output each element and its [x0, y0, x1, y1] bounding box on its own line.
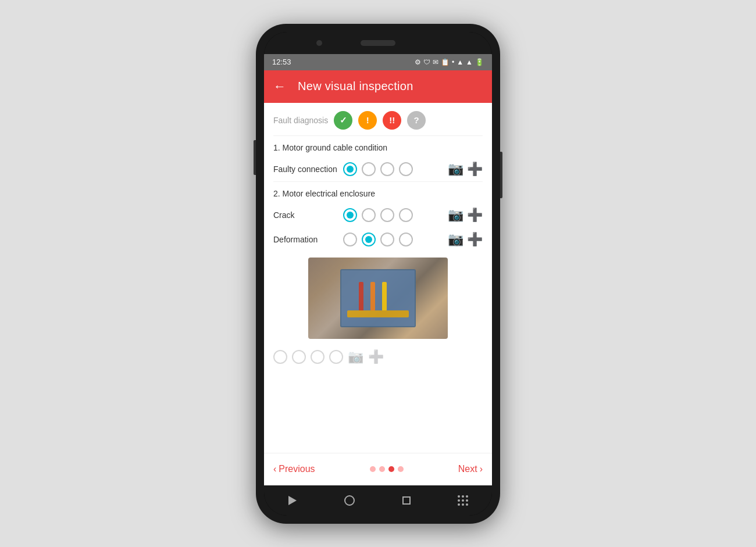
section-1-title: 1. Motor ground cable condition: [264, 136, 492, 157]
phone-notch: [264, 32, 492, 54]
wire-orange: [370, 282, 375, 311]
add-note-icon[interactable]: ➕: [467, 162, 483, 177]
terminal-bar: [347, 310, 409, 317]
next-chevron: ›: [480, 464, 483, 474]
crack-add-icon[interactable]: ➕: [467, 208, 483, 223]
partial-add-icon[interactable]: ➕: [368, 349, 384, 364]
partial-option-2[interactable]: [292, 350, 306, 364]
crack-row: Crack 📷 ➕: [264, 203, 492, 227]
faulty-connection-actions: 📷 ➕: [448, 162, 483, 177]
wire-red: [359, 282, 363, 311]
faulty-connection-options: [343, 162, 444, 176]
android-menu-button[interactable]: [458, 495, 468, 506]
deformation-actions: 📷 ➕: [448, 232, 483, 247]
deformation-add-icon[interactable]: ➕: [467, 232, 483, 247]
vpn-icon: 🛡: [423, 58, 430, 66]
deformation-option-1[interactable]: [343, 233, 357, 246]
next-button[interactable]: Next ›: [458, 464, 483, 474]
deformation-option-3[interactable]: [380, 233, 394, 246]
android-nav-bar: [264, 485, 492, 516]
android-home-button[interactable]: [344, 495, 355, 506]
crack-camera-icon[interactable]: 📷: [448, 208, 463, 223]
faulty-connection-option-2[interactable]: [362, 162, 376, 176]
crack-actions: 📷 ➕: [448, 208, 483, 223]
power-button: [500, 152, 502, 198]
speaker: [361, 40, 395, 46]
battery-icon: 🔋: [475, 58, 484, 66]
email-icon: ✉: [433, 58, 438, 66]
app-header: ← New visual inspection: [264, 70, 492, 103]
signal-icon: ▲: [466, 58, 473, 66]
settings-icon: ⚙: [415, 58, 421, 66]
deformation-options: [343, 233, 444, 246]
dot-3-active[interactable]: [388, 466, 394, 472]
dot-2[interactable]: [379, 466, 385, 472]
dot-4[interactable]: [398, 466, 404, 472]
faulty-connection-row: Faulty connection 📷 ➕: [264, 157, 492, 181]
deformation-option-2[interactable]: [362, 233, 376, 246]
clipboard-icon: 📋: [441, 58, 450, 66]
fault-diagnosis-row: Fault diagnosis ✓ ! !! ?: [264, 103, 492, 135]
status-icons: ⚙ 🛡 ✉ 📋 • ▲ ▲ 🔋: [415, 58, 484, 66]
radio-inner: [347, 166, 354, 173]
crack-option-2[interactable]: [362, 208, 376, 222]
faulty-connection-label: Faulty connection: [273, 165, 343, 174]
wire-yellow: [382, 282, 387, 311]
partial-option-4[interactable]: [329, 350, 343, 364]
page-title: New visual inspection: [298, 80, 413, 93]
front-camera: [316, 40, 322, 46]
pagination-dots: [370, 466, 404, 472]
previous-button[interactable]: ‹ Previous: [273, 464, 315, 474]
crack-option-4[interactable]: [399, 208, 413, 222]
crack-label: Crack: [273, 210, 343, 220]
status-bar: 12:53 ⚙ 🛡 ✉ 📋 • ▲ ▲ 🔋: [264, 54, 492, 70]
enclosure-visual: [340, 269, 416, 327]
next-label: Next: [458, 464, 477, 474]
camera-add-icon[interactable]: 📷: [448, 162, 463, 177]
partial-option-1[interactable]: [273, 350, 287, 364]
prev-chevron: ‹: [273, 464, 276, 474]
diag-check-icon[interactable]: ✓: [334, 111, 352, 130]
phone-device: 12:53 ⚙ 🛡 ✉ 📋 • ▲ ▲ 🔋 ← New visual inspe…: [256, 24, 500, 524]
nav-footer: ‹ Previous Next ›: [264, 453, 492, 485]
previous-label: Previous: [279, 464, 315, 474]
crack-option-1[interactable]: [343, 208, 357, 222]
dot-1[interactable]: [370, 466, 376, 472]
deformation-option-4[interactable]: [399, 233, 413, 246]
fault-diagnosis-label: Fault diagnosis: [273, 116, 328, 125]
android-back-button[interactable]: [288, 496, 297, 505]
back-button[interactable]: ←: [273, 79, 286, 94]
dot-icon: •: [452, 58, 454, 66]
faulty-connection-option-4[interactable]: [399, 162, 413, 176]
diag-error-icon[interactable]: !!: [383, 111, 401, 130]
volume-button: [254, 140, 256, 175]
partial-camera-icon[interactable]: 📷: [348, 349, 363, 364]
bottom-partial-row: 📷 ➕: [264, 345, 492, 369]
radio-inner: [365, 236, 372, 243]
crack-options: [343, 208, 444, 222]
deformation-row: Deformation 📷 ➕: [264, 227, 492, 252]
partial-option-3[interactable]: [311, 350, 324, 364]
diag-unknown-icon[interactable]: ?: [407, 111, 426, 130]
image-container: [264, 252, 492, 345]
radio-inner: [347, 212, 354, 219]
phone-screen: 12:53 ⚙ 🛡 ✉ 📋 • ▲ ▲ 🔋 ← New visual inspe…: [264, 32, 492, 516]
diag-warning-icon[interactable]: !: [358, 111, 377, 130]
app-content: Fault diagnosis ✓ ! !! ? 1. Motor ground…: [264, 103, 492, 453]
android-recents-button[interactable]: [402, 496, 411, 505]
section-2-title: 2. Motor electrical enclosure: [264, 182, 492, 203]
image-overlay: [308, 258, 448, 339]
deformation-label: Deformation: [273, 235, 343, 244]
deformation-camera-icon[interactable]: 📷: [448, 232, 463, 247]
wifi-icon: ▲: [457, 58, 463, 66]
faulty-connection-option-1[interactable]: [343, 162, 357, 176]
crack-option-3[interactable]: [380, 208, 394, 222]
faulty-connection-option-3[interactable]: [380, 162, 394, 176]
status-time: 12:53: [272, 58, 291, 66]
inspection-image[interactable]: [308, 258, 448, 339]
